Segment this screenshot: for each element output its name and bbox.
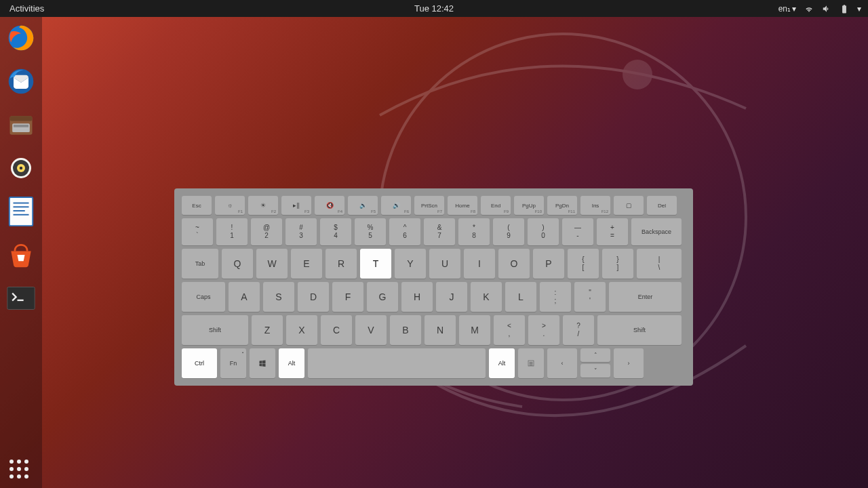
volume-icon[interactable] xyxy=(822,4,831,14)
key-i[interactable]: I xyxy=(464,249,495,279)
key-end[interactable]: EndF9 xyxy=(481,196,511,215)
key-[interactable]: —- xyxy=(562,218,593,245)
key-d[interactable]: D xyxy=(298,282,329,312)
key-g[interactable]: G xyxy=(367,282,398,312)
key-[interactable]: ˄ xyxy=(580,348,610,362)
key-h[interactable]: H xyxy=(401,282,433,312)
key-j[interactable]: J xyxy=(436,282,467,312)
svg-rect-24 xyxy=(530,365,533,365)
key-mute[interactable]: 🔇F4 xyxy=(315,196,344,215)
key-play[interactable]: ▸||F3 xyxy=(281,196,311,215)
key-esc[interactable]: Esc xyxy=(182,196,212,215)
key-k[interactable]: K xyxy=(471,282,502,312)
key-shift[interactable]: Shift xyxy=(182,315,248,345)
key-[interactable]: (9 xyxy=(493,218,524,245)
key-tab[interactable]: Tab xyxy=(182,249,218,279)
key-sunup[interactable]: ☀F2 xyxy=(248,196,278,215)
dock-thunderbird[interactable] xyxy=(5,66,37,97)
key-r[interactable]: R xyxy=(326,249,357,279)
key-s[interactable]: S xyxy=(263,282,294,312)
dock-files[interactable] xyxy=(5,109,37,140)
key-prtscn[interactable]: PrtScnF7 xyxy=(414,196,444,215)
activities-button[interactable]: Activities xyxy=(0,3,54,14)
key-ins[interactable]: InsF12 xyxy=(580,196,610,215)
key-[interactable]: ?/ xyxy=(563,315,594,345)
key-volup[interactable]: 🔊F6 xyxy=(381,196,411,215)
key-[interactable]: ˅ xyxy=(580,364,610,378)
key-alt[interactable]: Alt xyxy=(489,348,515,378)
key-[interactable]: <, xyxy=(494,315,525,345)
svg-rect-15 xyxy=(14,206,29,207)
key-shift[interactable]: Shift xyxy=(597,315,682,345)
key-w[interactable]: W xyxy=(256,249,288,279)
key-u[interactable]: U xyxy=(429,249,460,279)
key-[interactable]: |\ xyxy=(637,249,682,279)
key-fn[interactable]: Fn• xyxy=(220,348,246,378)
key-backspace[interactable]: Backspace xyxy=(631,218,682,245)
dock-writer[interactable] xyxy=(5,196,37,227)
dock-firefox[interactable] xyxy=(5,22,37,54)
key-[interactable]: += xyxy=(597,218,628,245)
svg-point-11 xyxy=(20,167,23,170)
key-q[interactable]: Q xyxy=(222,249,253,279)
key-blank[interactable] xyxy=(250,348,275,378)
key-del[interactable]: Del xyxy=(647,196,677,215)
show-applications-button[interactable] xyxy=(9,460,28,479)
key-sundn[interactable]: ☼F1 xyxy=(215,196,245,215)
system-menu-chevron[interactable]: ▾ xyxy=(857,4,861,14)
key-[interactable]: $4 xyxy=(320,218,351,245)
key-z[interactable]: Z xyxy=(252,315,283,345)
key-blank[interactable] xyxy=(518,348,544,378)
key-alt[interactable]: Alt xyxy=(279,348,304,378)
key-n[interactable]: N xyxy=(425,315,456,345)
key-f[interactable]: F xyxy=(332,282,363,312)
key-c[interactable]: C xyxy=(321,315,352,345)
key-l[interactable]: L xyxy=(505,282,536,312)
key-[interactable]: %5 xyxy=(355,218,386,245)
key-blank[interactable] xyxy=(308,348,486,378)
key-[interactable]: ^6 xyxy=(389,218,420,245)
key-voldn[interactable]: 🔉F5 xyxy=(348,196,378,215)
key-ctrl[interactable]: Ctrl xyxy=(182,348,217,378)
svg-rect-20 xyxy=(18,300,24,301)
key-[interactable]: ~` xyxy=(182,218,213,245)
dock-terminal[interactable] xyxy=(5,283,37,314)
key-home[interactable]: HomeF8 xyxy=(448,196,477,215)
key-[interactable]: }] xyxy=(602,249,633,279)
key-proj[interactable]: ▢ xyxy=(614,196,644,215)
key-[interactable]: › xyxy=(614,348,644,378)
dock-software[interactable] xyxy=(5,239,37,270)
key-[interactable]: #3 xyxy=(285,218,317,245)
battery-icon[interactable] xyxy=(840,4,849,14)
key-caps[interactable]: Caps xyxy=(182,282,225,312)
network-icon[interactable] xyxy=(804,4,814,14)
key-pgdn[interactable]: PgDnF11 xyxy=(547,196,577,215)
key-[interactable]: @2 xyxy=(251,218,282,245)
key-[interactable]: {[ xyxy=(568,249,599,279)
key-o[interactable]: O xyxy=(498,249,530,279)
key-pgup[interactable]: PgUpF10 xyxy=(514,196,544,215)
system-tray[interactable]: en₁ ▾ ▾ xyxy=(778,4,868,14)
key-p[interactable]: P xyxy=(533,249,564,279)
key-[interactable]: )0 xyxy=(528,218,559,245)
key-a[interactable]: A xyxy=(229,282,260,312)
key-b[interactable]: B xyxy=(390,315,421,345)
key-[interactable]: >. xyxy=(528,315,559,345)
key-[interactable]: *8 xyxy=(458,218,490,245)
svg-rect-7 xyxy=(14,125,28,127)
input-source-indicator[interactable]: en₁ ▾ xyxy=(778,4,796,14)
key-e[interactable]: E xyxy=(291,249,322,279)
key-v[interactable]: V xyxy=(355,315,387,345)
key-[interactable]: "' xyxy=(574,282,606,312)
key-y[interactable]: Y xyxy=(395,249,426,279)
clock[interactable]: Tue 12:42 xyxy=(414,3,454,14)
key-[interactable]: &7 xyxy=(424,218,455,245)
key-[interactable]: ‹ xyxy=(547,348,577,378)
key-m[interactable]: M xyxy=(459,315,490,345)
key-enter[interactable]: Enter xyxy=(609,282,682,312)
key-t[interactable]: T xyxy=(360,249,391,279)
key-[interactable]: :; xyxy=(540,282,571,312)
dock-rhythmbox[interactable] xyxy=(5,152,37,184)
key-[interactable]: !1 xyxy=(216,218,248,245)
key-x[interactable]: X xyxy=(286,315,317,345)
